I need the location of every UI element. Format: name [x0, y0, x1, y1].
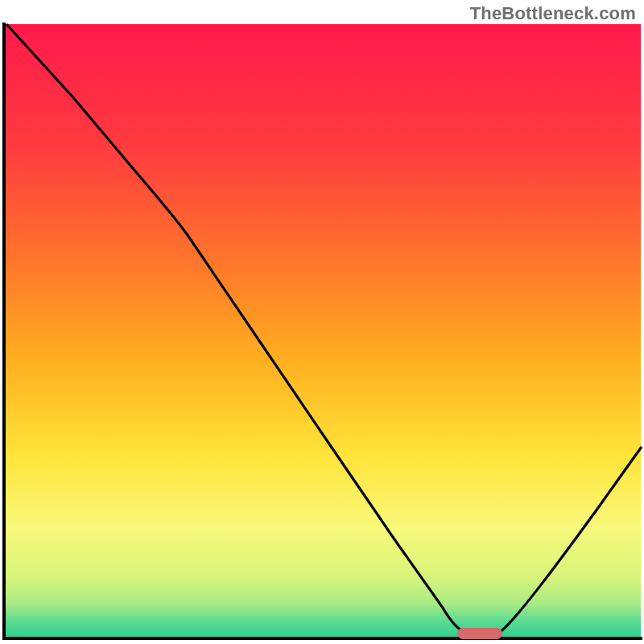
min-marker	[457, 628, 502, 639]
watermark-text: TheBottleneck.com	[470, 3, 636, 24]
bottleneck-chart	[0, 0, 644, 644]
chart-stage: TheBottleneck.com	[0, 0, 644, 644]
chart-background	[5, 24, 641, 638]
